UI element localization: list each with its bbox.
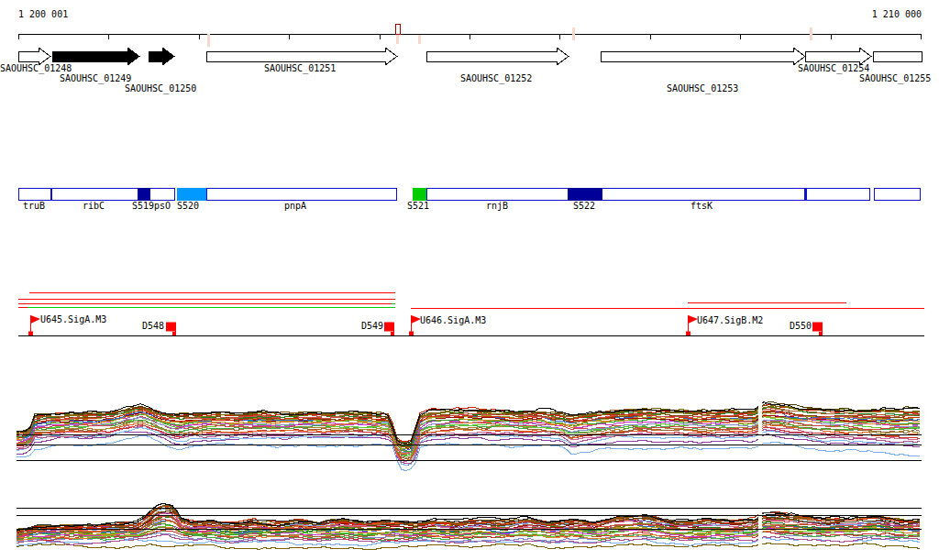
terminator-flag-box[interactable] xyxy=(812,323,823,332)
feature-label: psO xyxy=(154,202,171,211)
feature-box[interactable] xyxy=(427,189,870,201)
gene-label: SAOUHSC_01248 xyxy=(0,64,72,73)
gene-label: SAOUHSC_01252 xyxy=(460,74,532,83)
terminator-flag-base xyxy=(391,332,394,335)
tss-flag-base xyxy=(28,332,33,336)
tss-flag-label: U646.SigA.M3 xyxy=(420,316,486,325)
coverage-trace xyxy=(17,436,920,471)
variant-marker[interactable] xyxy=(396,25,401,35)
feature-label: ftsK xyxy=(690,202,713,211)
tss-flag-base xyxy=(686,332,690,336)
gene-label: SAOUHSC_01250 xyxy=(125,84,196,93)
terminator-flag-label: D550 xyxy=(790,322,812,331)
feature-segment-S519[interactable] xyxy=(138,188,150,201)
feature-box[interactable] xyxy=(52,189,175,201)
tss-flag-pennant[interactable] xyxy=(31,315,41,324)
tss-flag-label: U645.SigA.M3 xyxy=(40,315,106,324)
genome-browser-window: { "ruler": { "left_label": "1 200 001", … xyxy=(0,0,939,560)
feature-label: S522 xyxy=(573,202,595,211)
gene-arrow[interactable] xyxy=(426,48,569,65)
feature-label: S521 xyxy=(407,202,429,211)
gene-label: SAOUHSC_01249 xyxy=(60,74,131,83)
feature-segment-S521[interactable] xyxy=(413,188,426,201)
coverage-trace xyxy=(17,544,920,550)
panel-gap xyxy=(758,403,762,476)
gene-arrow[interactable] xyxy=(149,48,174,65)
feature-box[interactable] xyxy=(207,189,397,201)
terminator-flag-base xyxy=(819,332,823,335)
gene-label: SAOUHSC_01251 xyxy=(264,64,336,73)
feature-divider xyxy=(804,188,807,201)
feature-segment-S522[interactable] xyxy=(568,188,602,201)
feature-label: rnjB xyxy=(486,202,508,211)
feature-label: S519 xyxy=(132,202,154,211)
tss-flag-base xyxy=(409,332,414,336)
feature-box[interactable] xyxy=(19,189,51,201)
terminator-flag-box[interactable] xyxy=(166,323,176,332)
feature-box[interactable] xyxy=(875,189,921,201)
tss-flag-label: U647.SigB.M2 xyxy=(697,316,763,325)
terminator-flag-box[interactable] xyxy=(384,323,394,332)
gene-label: SAOUHSC_01254 xyxy=(798,64,869,73)
terminator-flag-label: D549 xyxy=(361,322,383,331)
feature-label: ribC xyxy=(83,202,105,211)
gene-label: SAOUHSC_01255 xyxy=(859,74,931,83)
gene-arrow[interactable] xyxy=(601,48,805,65)
gene-arrow[interactable] xyxy=(874,52,922,62)
feature-label: truB xyxy=(23,202,45,211)
terminator-flag-label: D548 xyxy=(142,322,164,331)
terminator-flag-base xyxy=(172,332,176,335)
feature-label: pnpA xyxy=(284,202,306,211)
feature-label: S520 xyxy=(177,202,199,211)
feature-segment-S520[interactable] xyxy=(177,188,206,201)
gene-label: SAOUHSC_01253 xyxy=(667,84,738,93)
